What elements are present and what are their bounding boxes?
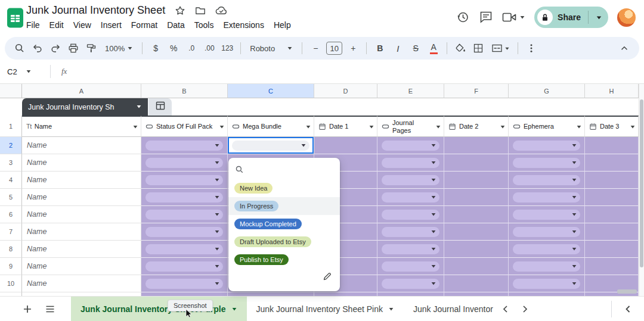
- fill-color-button[interactable]: [453, 40, 468, 56]
- header-cell-F1[interactable]: Date 2: [444, 116, 509, 137]
- menu-insert[interactable]: Insert: [96, 18, 126, 32]
- move-folder-button[interactable]: [195, 5, 206, 16]
- cell-G4[interactable]: [509, 172, 585, 189]
- dropdown-option[interactable]: In Progress: [228, 197, 340, 215]
- cell-A10[interactable]: Name: [22, 275, 141, 292]
- cell-A4[interactable]: Name: [22, 172, 141, 189]
- cell-H2[interactable]: [585, 137, 639, 154]
- font-select[interactable]: Roboto: [246, 40, 296, 56]
- paint-format-button[interactable]: [83, 40, 99, 56]
- currency-format-button[interactable]: $: [148, 40, 163, 56]
- share-button[interactable]: Share: [534, 7, 608, 28]
- column-header-A[interactable]: A: [22, 84, 141, 98]
- number-format-button[interactable]: 123: [219, 40, 235, 56]
- cell-B8[interactable]: [141, 241, 228, 258]
- row-header-2[interactable]: 2: [0, 137, 22, 154]
- header-cell-C1[interactable]: Mega Bundle: [228, 116, 314, 137]
- merge-cells-button[interactable]: [488, 40, 512, 56]
- collapse-panel-button[interactable]: [620, 301, 636, 317]
- borders-button[interactable]: [470, 40, 486, 56]
- cell-F9[interactable]: [444, 258, 509, 275]
- increase-font-size-button[interactable]: +: [345, 40, 361, 56]
- status-chip[interactable]: [145, 210, 223, 220]
- table-view-button[interactable]: [148, 98, 172, 116]
- column-header-C[interactable]: C: [228, 84, 314, 98]
- status-chip[interactable]: [382, 227, 439, 237]
- status-chip[interactable]: [145, 192, 223, 202]
- cell-G8[interactable]: [509, 241, 585, 258]
- column-header-G[interactable]: G: [509, 84, 585, 98]
- cell-F8[interactable]: [444, 241, 509, 258]
- cell-B10[interactable]: [141, 275, 228, 292]
- dropdown-option[interactable]: Mockup Completed: [228, 215, 340, 233]
- cell-E2[interactable]: [377, 137, 444, 154]
- cell-H3[interactable]: [585, 154, 639, 172]
- status-chip[interactable]: [145, 175, 223, 185]
- status-chip[interactable]: [513, 175, 580, 185]
- cell-F6[interactable]: [444, 206, 509, 223]
- cell-E5[interactable]: [377, 189, 444, 206]
- cell-H9[interactable]: [585, 258, 639, 275]
- dropdown-search-input[interactable]: [249, 167, 341, 175]
- cell-F7[interactable]: [444, 223, 509, 241]
- status-chip[interactable]: [145, 279, 223, 289]
- cell-F4[interactable]: [444, 172, 509, 189]
- cell-H8[interactable]: [585, 241, 639, 258]
- cell-E8[interactable]: [377, 241, 444, 258]
- cloud-status-icon[interactable]: [215, 5, 228, 15]
- row-header-5[interactable]: 5: [0, 189, 22, 206]
- row-header-6[interactable]: 6: [0, 206, 22, 223]
- redo-button[interactable]: [48, 40, 63, 56]
- scroll-tabs-right-button[interactable]: [517, 301, 532, 317]
- comments-button[interactable]: [479, 10, 493, 24]
- cell-E7[interactable]: [377, 223, 444, 241]
- header-cell-E1[interactable]: Journal Pages: [377, 116, 444, 137]
- account-avatar[interactable]: [617, 8, 636, 27]
- column-header-D[interactable]: D: [314, 84, 377, 98]
- status-chip[interactable]: [513, 244, 580, 254]
- cell-B6[interactable]: [141, 206, 228, 223]
- status-chip[interactable]: [382, 192, 439, 202]
- cell-D2[interactable]: [314, 137, 377, 154]
- add-sheet-button[interactable]: [20, 301, 35, 317]
- sheet-tab[interactable]: Junk Journal Inventory Sheet Pink: [247, 297, 404, 321]
- row-header-7[interactable]: 7: [0, 223, 22, 241]
- status-chip[interactable]: [382, 244, 439, 254]
- cell-B2[interactable]: [141, 137, 228, 154]
- header-cell-G1[interactable]: Ephemera: [509, 116, 585, 137]
- cell-G9[interactable]: [509, 258, 585, 275]
- undo-button[interactable]: [30, 40, 45, 56]
- vertical-scrollbar[interactable]: [639, 84, 644, 296]
- status-chip[interactable]: [145, 158, 223, 168]
- cell-G7[interactable]: [509, 223, 585, 241]
- status-chip[interactable]: [382, 210, 439, 220]
- header-cell-B1[interactable]: Status Of Full Pack: [141, 116, 228, 137]
- print-button[interactable]: [66, 40, 81, 56]
- cell-B5[interactable]: [141, 189, 228, 206]
- menu-help[interactable]: Help: [269, 18, 296, 32]
- star-button[interactable]: [175, 5, 185, 16]
- cell-F2[interactable]: [444, 137, 509, 154]
- dropdown-option[interactable]: Publish to Etsy: [228, 251, 340, 269]
- status-chip[interactable]: [145, 141, 223, 151]
- zoom-select[interactable]: 100%: [101, 40, 137, 56]
- table-name-chip[interactable]: Junk Journal Inventory Sh: [22, 98, 148, 116]
- status-chip[interactable]: [513, 279, 580, 289]
- status-chip[interactable]: [145, 244, 223, 254]
- status-chip[interactable]: [382, 141, 439, 151]
- vertical-scrollbar-thumb[interactable]: [640, 99, 643, 267]
- text-color-button[interactable]: A: [426, 40, 441, 56]
- cell-G2[interactable]: [509, 137, 585, 154]
- cell-E10[interactable]: [377, 275, 444, 292]
- cell-E4[interactable]: [377, 172, 444, 189]
- cell-A5[interactable]: Name: [22, 189, 141, 206]
- status-chip[interactable]: [513, 227, 580, 237]
- status-chip[interactable]: [513, 158, 580, 168]
- status-chip[interactable]: [382, 261, 439, 272]
- share-dropdown-button[interactable]: [593, 14, 605, 21]
- header-cell-H1[interactable]: Date 3: [585, 116, 639, 137]
- cell-H6[interactable]: [585, 206, 639, 223]
- status-chip[interactable]: [513, 192, 580, 202]
- search-menus-button[interactable]: [12, 40, 27, 56]
- cell-E9[interactable]: [377, 258, 444, 275]
